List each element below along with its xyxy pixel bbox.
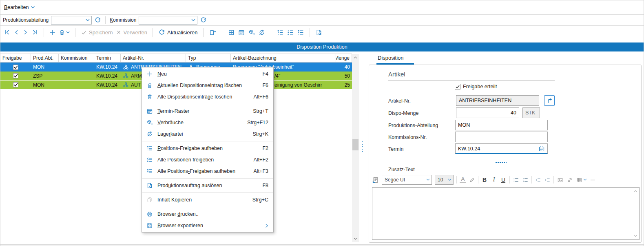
freigabe-checkbox[interactable] — [13, 65, 18, 70]
delete-icon[interactable] — [59, 29, 65, 36]
menu-separator — [142, 178, 273, 179]
outdent-icon[interactable] — [535, 177, 541, 183]
spiral-arrows-icon[interactable] — [258, 29, 266, 36]
column-header-termin[interactable]: Termin — [94, 54, 121, 62]
insert-link-icon[interactable] — [567, 177, 573, 183]
cube-arrow-icon[interactable] — [248, 29, 255, 36]
list-unrelease-icon[interactable] — [277, 29, 284, 36]
first-record-icon[interactable] — [4, 29, 11, 36]
kommissions-nr-label: Kommissions-Nr. — [388, 134, 427, 140]
underline-button[interactable]: U — [500, 177, 507, 183]
artikelnr-field[interactable]: ANTRIEBSEINHEITEN — [456, 95, 539, 106]
refresh-icon[interactable] — [94, 17, 101, 24]
archive-cabinet-icon[interactable] — [228, 29, 235, 36]
refresh-icon[interactable] — [200, 17, 207, 24]
separator — [105, 16, 106, 24]
freigabe-checkbox[interactable] — [13, 73, 18, 78]
list-release-all-icon[interactable] — [287, 29, 294, 36]
chevron-down-icon[interactable] — [583, 179, 587, 181]
column-header-typ[interactable]: Typ — [186, 54, 231, 62]
section-title-artikel: Artikel — [388, 71, 405, 78]
submenu-chevron-icon — [265, 224, 268, 228]
refresh-button[interactable]: Aktualisieren — [158, 29, 197, 36]
calendar-picker-icon[interactable] — [538, 145, 545, 152]
kommission-combobox[interactable] — [139, 16, 197, 25]
column-header-freigabe[interactable]: Freigabe — [0, 54, 31, 62]
production-order-icon[interactable] — [315, 29, 323, 36]
previous-record-icon[interactable] — [13, 29, 20, 36]
collapse-handle-icon[interactable] — [496, 162, 507, 163]
menu-item-neu[interactable]: NeuF4 — [142, 68, 273, 80]
menu-item-alle-freigaben-aufheben[interactable]: Alle Positions-Freigaben aufhebenAlt+F3 — [142, 165, 273, 177]
table-scrollbar[interactable] — [352, 54, 359, 242]
termin-field[interactable]: KW.10.24 — [455, 143, 548, 154]
indent-icon[interactable] — [544, 177, 551, 183]
app-window: Bearbeiten Produktionsabteilung Kommissi… — [0, 0, 644, 246]
menu-item-inhalt-kopieren[interactable]: Inhalt KopierenStrg+C — [142, 194, 273, 206]
menu-item-alle-loeschen[interactable]: Alle Dispositionseinträge löschenAlt+F6 — [142, 91, 273, 103]
kommissions-nr-field[interactable] — [455, 132, 548, 142]
tab-disposition-label: Disposition — [378, 55, 404, 61]
menu-item-browser-drucken[interactable]: Browser drucken.. — [142, 208, 273, 220]
scroll-up-icon[interactable] — [633, 188, 638, 194]
highlighter-icon[interactable] — [469, 177, 475, 183]
scroll-down-icon[interactable] — [633, 233, 638, 239]
scrollbar-thumb[interactable] — [352, 139, 359, 150]
discard-button[interactable]: Verwerfen — [116, 29, 148, 36]
menu-item-freigabe-aufheben[interactable]: Positions-Freigabe aufhebenF2 — [142, 143, 273, 154]
menu-item-lagerkartei[interactable]: LagerkarteiStrg+K — [142, 128, 273, 140]
cell-termin: KW.10.24 — [94, 81, 121, 89]
numbered-list-icon[interactable] — [522, 177, 529, 183]
produktions-abteilung-field[interactable]: MON — [455, 120, 548, 130]
insert-table-icon[interactable] — [576, 177, 582, 183]
horizontal-rule-icon[interactable] — [590, 177, 596, 183]
column-header-artikelnr[interactable]: Artikel-Nr. — [121, 54, 186, 62]
menu-item-termin-raster[interactable]: Termin-RasterStrg+T — [142, 105, 273, 117]
font-size-select[interactable]: 10 — [435, 175, 454, 185]
new-record-icon[interactable] — [49, 29, 56, 36]
refresh-icon — [158, 29, 165, 36]
chevron-down-icon[interactable] — [86, 19, 90, 22]
zusatz-text-area[interactable] — [372, 187, 640, 240]
last-record-icon[interactable] — [31, 29, 38, 36]
save-button[interactable]: Speichern — [81, 29, 113, 36]
calendar-grid-icon[interactable] — [238, 29, 245, 36]
font-family-select[interactable]: Segoe UI — [382, 175, 432, 185]
next-record-icon[interactable] — [22, 29, 29, 36]
filter-toolbar: Produktionsabteilung Kommission — [0, 15, 644, 26]
menu-item-produktionsauftrag[interactable]: Produktionsauftrag auslösenF8 — [142, 180, 273, 191]
bullet-list-icon[interactable] — [513, 177, 519, 183]
bold-button[interactable]: B — [481, 177, 488, 183]
dispo-menge-field[interactable]: 40 — [456, 107, 519, 118]
window-export-icon[interactable] — [209, 29, 217, 36]
menu-item-eintrag-loeschen[interactable]: Aktuellen Dispositionseintrag löschenF6 — [142, 80, 273, 91]
scroll-down-icon[interactable] — [352, 235, 359, 242]
prod-dept-combobox[interactable] — [51, 16, 92, 25]
chevron-down-icon[interactable] — [191, 19, 195, 22]
menu-item-verbraeuche[interactable]: VerbräucheStrg+F12 — [142, 117, 273, 128]
trash-icon — [146, 94, 153, 100]
column-header-prodabt[interactable]: Prod.Abt. — [31, 54, 59, 62]
italic-button[interactable]: I — [491, 177, 497, 183]
table-header-row: Freigabe Prod.Abt. Kommission Termin Art… — [0, 54, 352, 63]
separator — [456, 176, 457, 183]
tab-disposition[interactable]: Disposition — [378, 55, 404, 61]
freigabe-checkbox[interactable] — [13, 82, 18, 87]
text-template-icon[interactable] — [372, 177, 379, 183]
insert-image-icon[interactable] — [557, 177, 564, 183]
freigabe-erteilt-checkbox[interactable] — [455, 84, 460, 89]
disposition-detail-panel: Artikel Freigabe erteilt Artikel-Nr. ANT… — [369, 65, 642, 243]
column-header-bezeichnung[interactable]: Artikel-Bezeichnung — [231, 54, 336, 62]
column-header-menge[interactable]: Menge — [336, 54, 352, 62]
chevron-down-icon[interactable] — [66, 31, 70, 34]
goto-artikel-button[interactable] — [544, 95, 555, 106]
column-header-kommission[interactable]: Kommission — [59, 54, 94, 62]
menu-item-browser-exportieren[interactable]: Browser exportieren — [142, 220, 273, 231]
menu-item-alle-freigeben[interactable]: Alle Positionen freigebenAlt+F2 — [142, 154, 273, 165]
panel-splitter-handle[interactable] — [361, 141, 363, 152]
scroll-up-icon[interactable] — [352, 54, 359, 61]
list-unrelease-all-icon[interactable] — [297, 29, 304, 36]
menu-bearbeiten[interactable]: Bearbeiten — [4, 4, 35, 10]
prod-dept-label: Produktionsabteilung — [3, 17, 49, 23]
font-color-button[interactable]: A — [460, 177, 466, 183]
